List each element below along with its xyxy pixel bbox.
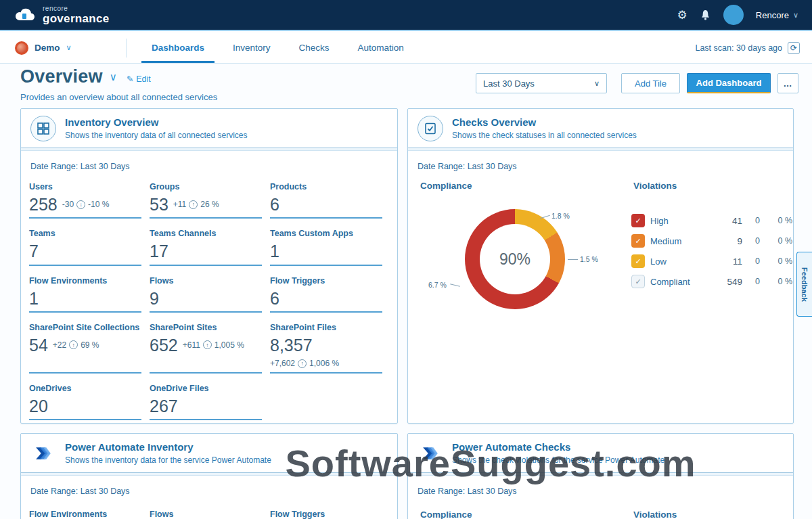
- checks-icon: [418, 116, 443, 141]
- tab-automation[interactable]: Automation: [344, 32, 418, 63]
- stat-onedrive-files: OneDrive Files 267: [150, 384, 262, 420]
- chevron-down-icon: ∨: [66, 43, 72, 52]
- stat-flow-environments: Flow Environments 1: [29, 276, 141, 313]
- stat-sharepoint-files: SharePoint Files 8,357 +7,602 ↑ 1,006 %: [270, 323, 382, 374]
- notifications-bell-icon[interactable]: [700, 9, 711, 21]
- donut-callout-high: 6.7 %: [428, 281, 447, 289]
- stat-value: 267: [150, 397, 178, 415]
- brand-logo[interactable]: rencore governance: [14, 5, 109, 24]
- screen: rencore governance ⚙ Rencore ∨ Demo ∨ Da: [0, 0, 812, 519]
- card-title: Power Automate Inventory: [65, 441, 271, 454]
- stat-sharepoint-sites: SharePoint Sites 652 +611 ↑ 1,005 %: [150, 323, 262, 374]
- stat-label: Flow Triggers: [270, 510, 390, 519]
- date-range-select[interactable]: Last 30 Days ∨: [476, 73, 607, 93]
- dashboard-switcher-chevron-icon[interactable]: ∨: [110, 71, 117, 83]
- last-scan-status: Last scan: 30 days ago ⟳: [695, 42, 812, 54]
- pencil-icon: ✎: [127, 74, 133, 84]
- violations-list: ✓ High 41 0 0 % ✓ Medium 9 0 0 % ✓ Low 1…: [631, 210, 792, 292]
- tenant-name: Demo: [35, 43, 60, 53]
- callout-line: [540, 215, 550, 219]
- date-range-value: Last 30 Days: [483, 78, 535, 89]
- card-title: Inventory Overview: [65, 116, 247, 129]
- checks-card-header: Checks Overview Shows the check statuses…: [408, 109, 793, 148]
- tenant-selector[interactable]: Demo ∨: [0, 32, 126, 63]
- card-title: Checks Overview: [452, 116, 637, 129]
- top-bar: rencore governance ⚙ Rencore ∨: [0, 0, 812, 31]
- edit-label: Edit: [136, 74, 151, 84]
- tab-dashboards[interactable]: Dashboards: [137, 32, 219, 63]
- stat-delta: +7,602 ↑ 1,006 %: [270, 359, 339, 368]
- power-automate-icon: [30, 441, 56, 466]
- compliance-percentage: 90%: [499, 250, 531, 269]
- stat-value: 17: [150, 242, 168, 260]
- callout-line: [568, 259, 578, 260]
- brand-name-large: governance: [43, 13, 109, 24]
- inventory-stats-grid: Users 258 -30 ↓ -10 % Groups 53: [29, 182, 389, 420]
- card-subtitle: Shows the inventory data of all connecte…: [65, 131, 247, 140]
- inventory-overview-card: Inventory Overview Shows the inventory d…: [20, 108, 398, 424]
- last-scan-text: Last scan: 30 days ago: [695, 43, 782, 53]
- stat-value: 20: [29, 397, 48, 415]
- stat-value: 9: [150, 290, 159, 307]
- arrow-up-icon: ↑: [69, 340, 78, 349]
- nav-bar: Demo ∨ Dashboards Inventory Checks Autom…: [0, 32, 812, 64]
- stat-value: 1: [270, 242, 279, 260]
- stat-value: 54: [29, 336, 48, 354]
- cloud-logo-icon: [14, 7, 37, 23]
- page-title: Overview: [20, 66, 103, 87]
- violations-section-label: Violations: [633, 510, 677, 519]
- stat-products: Products 6: [270, 182, 382, 219]
- pa-inventory-labels: Flow Environments Flows Flow Triggers: [29, 510, 389, 519]
- stat-teams-channels: Teams Channels 17: [150, 229, 262, 265]
- inventory-card-header: Inventory Overview Shows the inventory d…: [21, 109, 397, 148]
- settings-gear-icon[interactable]: ⚙: [677, 9, 687, 21]
- page-subtitle: Provides an overview about all connected…: [20, 92, 217, 102]
- date-range-label: Date Range: Last 30 Days: [418, 162, 785, 171]
- violation-row-compliant: ✓ Compliant 549 0 0 %: [631, 271, 792, 292]
- watermark: SoftwareSuggest.com: [285, 441, 696, 485]
- stat-onedrives: OneDrives 20: [29, 384, 141, 420]
- more-options-button[interactable]: …: [777, 73, 798, 93]
- tab-checks[interactable]: Checks: [285, 32, 344, 63]
- stat-value: 258: [29, 196, 58, 213]
- stat-flow-triggers: Flow Triggers 6: [270, 276, 382, 313]
- user-avatar[interactable]: [723, 5, 744, 25]
- arrow-up-icon: ↑: [203, 340, 212, 349]
- checks-overview-card: Checks Overview Shows the check statuses…: [407, 108, 794, 424]
- tab-inventory[interactable]: Inventory: [219, 32, 285, 63]
- card-subtitle: Shows the inventory data for the service…: [65, 455, 271, 465]
- arrow-up-icon: ↑: [298, 359, 307, 368]
- nav-tabs: Dashboards Inventory Checks Automation: [137, 32, 418, 63]
- compliance-section-label: Compliance: [420, 510, 472, 519]
- user-menu[interactable]: Rencore ∨: [756, 10, 798, 20]
- date-range-label: Date Range: Last 30 Days: [30, 487, 389, 496]
- stat-sharepoint-site-collections: SharePoint Site Collections 54 +22 ↑ 69 …: [29, 323, 141, 374]
- severity-compliant-icon: ✓: [631, 275, 645, 288]
- stat-delta: +11 ↑ 26 %: [173, 200, 219, 209]
- stat-value: 8,357: [270, 336, 313, 354]
- refresh-icon[interactable]: ⟳: [788, 42, 800, 54]
- stat-value: 652: [150, 336, 178, 354]
- card-subtitle: Shows the check statuses in all connecte…: [452, 131, 637, 140]
- stat-value: 6: [270, 196, 279, 213]
- arrow-down-icon: ↓: [76, 200, 85, 209]
- feedback-tab[interactable]: Feedback: [796, 252, 812, 317]
- stat-groups: Groups 53 +11 ↑ 26 %: [150, 182, 262, 219]
- severity-low-icon: ✓: [631, 254, 645, 268]
- compliance-section-label: Compliance: [420, 181, 472, 191]
- stat-value: 53: [150, 196, 168, 213]
- severity-high-icon: ✓: [631, 214, 645, 227]
- page-header: Overview ∨ ✎ Edit Provides an overview a…: [20, 66, 217, 102]
- add-dashboard-button[interactable]: Add Dashboard: [687, 73, 771, 93]
- callout-line: [450, 284, 460, 287]
- date-range-label: Date Range: Last 30 Days: [30, 162, 389, 171]
- arrow-up-icon: ↑: [189, 200, 198, 209]
- edit-dashboard-button[interactable]: ✎ Edit: [127, 74, 151, 84]
- user-name-label: Rencore: [756, 10, 789, 20]
- stat-teams: Teams 7: [29, 229, 141, 265]
- stat-delta: +22 ↑ 69 %: [53, 340, 99, 350]
- chevron-down-icon: ∨: [793, 11, 798, 20]
- add-tile-button[interactable]: Add Tile: [621, 73, 680, 93]
- tenant-logo-icon: [15, 41, 28, 55]
- stat-teams-custom-apps: Teams Custom Apps 1: [270, 229, 382, 265]
